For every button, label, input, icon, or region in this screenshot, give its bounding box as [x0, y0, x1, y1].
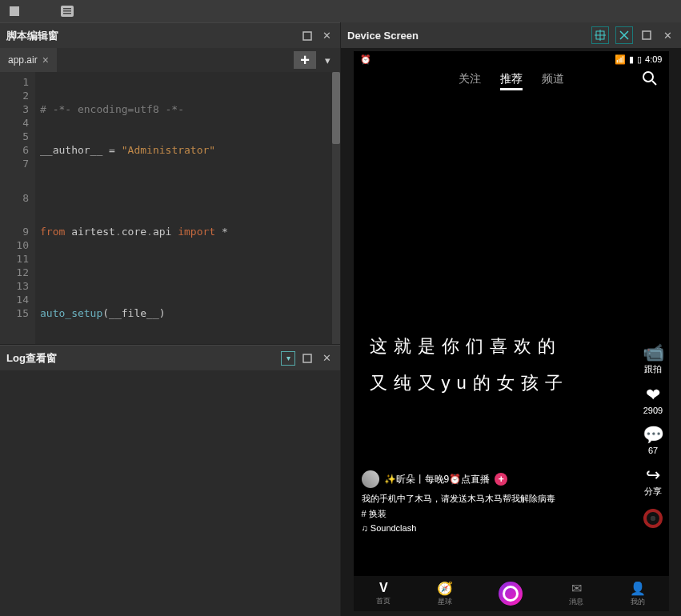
editor-panel-title: 脚本编辑窗: [6, 29, 58, 43]
code-editor[interactable]: 1 2 3 4 5 6 7 8 9 10 11 12 13 14 15 # -*…: [0, 72, 340, 344]
tab-close-icon[interactable]: ×: [42, 54, 49, 66]
wifi-icon: 📶: [615, 54, 626, 65]
close-icon[interactable]: ✕: [319, 351, 334, 366]
editor-scrollbar[interactable]: [332, 72, 340, 344]
video-overlay-text: 这就是你们喜欢的 又纯又yu的女孩子: [370, 328, 621, 402]
filter-icon[interactable]: ▾: [281, 351, 295, 366]
nav-home[interactable]: V 首页: [376, 581, 391, 606]
tab-channel[interactable]: 频道: [542, 72, 564, 90]
svg-rect-2: [63, 8, 71, 10]
video-content[interactable]: 这就是你们喜欢的 又纯又yu的女孩子 📹 跟拍 ❤ 2909: [354, 96, 669, 576]
nav-planet[interactable]: 🧭 星球: [437, 581, 453, 607]
home-icon: V: [379, 581, 388, 595]
close-icon[interactable]: ✕: [319, 29, 334, 43]
device-panel-title: Device Screen: [347, 30, 419, 42]
video-top-tabs: 关注 推荐 频道: [354, 67, 669, 97]
share-icon: ↪: [646, 466, 660, 484]
nav-messages[interactable]: ✉ 消息: [569, 581, 583, 607]
video-info: ✨昕朵丨每晚9⏰点直播 + 我的手机中了木马，请发送木马木马帮我解除病毒 # 换…: [362, 470, 621, 533]
comment-action[interactable]: 💬 67: [643, 426, 664, 455]
log-panel-header: Log查看窗 ▾ ✕: [0, 345, 340, 370]
select-region-icon[interactable]: [591, 26, 609, 44]
video-side-actions: 📹 跟拍 ❤ 2909 💬 67 ↪ 分享: [643, 344, 664, 528]
alarm-icon: ⏰: [360, 54, 371, 65]
close-icon[interactable]: ✕: [660, 28, 675, 42]
tools-icon[interactable]: [615, 26, 633, 44]
svg-rect-10: [643, 31, 651, 39]
follow-plus-icon[interactable]: +: [495, 473, 507, 486]
username[interactable]: ✨昕朵丨每晚9⏰点直播: [384, 473, 491, 486]
tab-follow[interactable]: 关注: [459, 72, 481, 90]
svg-rect-3: [63, 10, 71, 12]
restore-icon[interactable]: [300, 29, 314, 43]
svg-point-11: [643, 72, 653, 82]
search-icon[interactable]: [642, 70, 658, 89]
editor-panel-header: 脚本编辑窗 ✕: [0, 22, 340, 48]
avatar[interactable]: [362, 470, 379, 488]
device-screen-area: ⏰ 📶 ▮ ▯ 4:09 关注 推荐 频道: [341, 48, 681, 616]
restore-icon[interactable]: [300, 351, 314, 366]
tab-dropdown-icon[interactable]: ▾: [319, 51, 335, 69]
svg-rect-6: [303, 354, 311, 362]
phone-bottom-nav: V 首页 🧭 星球 ✉ 消息 👤: [354, 576, 669, 611]
nav-create[interactable]: [499, 582, 523, 606]
battery-icon: ▯: [637, 54, 642, 65]
camera-icon: 📹: [643, 344, 664, 362]
line-gutter: 1 2 3 4 5 6 7 8 9 10 11 12 13 14 15: [0, 72, 35, 344]
log-panel-title: Log查看窗: [6, 351, 57, 366]
device-panel-header: Device Screen ✕: [341, 22, 681, 48]
message-icon: ✉: [571, 581, 582, 596]
video-music[interactable]: ♫ Soundclash: [362, 523, 621, 533]
svg-rect-4: [63, 13, 71, 14]
tab-app-air[interactable]: app.air ×: [0, 48, 57, 72]
svg-rect-5: [303, 32, 311, 40]
like-action[interactable]: ❤ 2909: [643, 386, 663, 415]
svg-line-12: [652, 81, 656, 85]
stop-icon[interactable]: [8, 5, 21, 18]
app-toolbar: [0, 0, 681, 22]
phone-status-bar: ⏰ 📶 ▮ ▯ 4:09: [354, 51, 669, 67]
comment-icon: 💬: [643, 426, 664, 444]
new-tab-button[interactable]: +: [294, 51, 316, 69]
create-icon: [499, 582, 523, 606]
signal-icon: ▮: [629, 54, 634, 65]
list-icon[interactable]: [61, 5, 74, 18]
video-caption: 我的手机中了木马，请发送木马木马帮我解除病毒: [362, 493, 621, 505]
compass-icon: 🧭: [437, 581, 453, 596]
code-content[interactable]: # -*- encoding=utf8 -*- __author__ = "Ad…: [35, 72, 332, 344]
share-action[interactable]: ↪ 分享: [644, 466, 662, 498]
status-time: 4:09: [645, 54, 662, 64]
heart-icon: ❤: [646, 386, 660, 404]
editor-tab-bar: app.air × + ▾: [0, 48, 340, 72]
restore-icon[interactable]: [639, 28, 654, 42]
music-disc-icon[interactable]: [643, 509, 663, 528]
nav-profile[interactable]: 👤 我的: [630, 581, 646, 607]
camera-action[interactable]: 📹 跟拍: [643, 344, 664, 375]
phone-screen[interactable]: ⏰ 📶 ▮ ▯ 4:09 关注 推荐 频道: [354, 51, 669, 611]
svg-rect-0: [10, 6, 19, 16]
log-output[interactable]: [0, 370, 340, 616]
tab-recommend[interactable]: 推荐: [500, 72, 523, 90]
tab-label: app.air: [8, 54, 38, 66]
person-icon: 👤: [630, 581, 646, 596]
video-hashtag[interactable]: # 换装: [362, 508, 621, 520]
